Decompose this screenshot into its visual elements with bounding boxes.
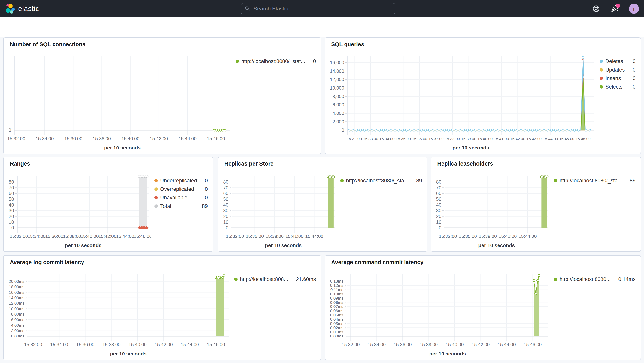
legend-item[interactable]: Selects0	[600, 83, 636, 91]
chart-canvas[interactable]: 0.00ms2.00ms4.00ms6.00ms8.00ms10.00ms12.…	[6, 268, 230, 359]
svg-text:0: 0	[342, 127, 344, 133]
panel-title[interactable]: Average log commit latency	[10, 259, 84, 265]
svg-text:60: 60	[223, 191, 228, 196]
panel-title[interactable]: Replica leaseholders	[437, 161, 493, 167]
svg-text:0.08ms: 0.08ms	[330, 300, 343, 305]
svg-text:70: 70	[436, 185, 441, 190]
svg-text:15:33:00: 15:33:00	[363, 137, 378, 141]
svg-text:80: 80	[9, 179, 14, 184]
svg-text:16,000: 16,000	[330, 60, 344, 65]
panel-title[interactable]: SQL queries	[331, 41, 364, 48]
svg-text:15:36:00: 15:36:00	[45, 234, 63, 239]
svg-text:80: 80	[223, 179, 228, 184]
svg-text:14,000: 14,000	[330, 69, 344, 74]
svg-text:40: 40	[436, 202, 441, 207]
legend-value: 21.60ms	[296, 276, 316, 282]
svg-text:4,000: 4,000	[332, 111, 344, 116]
panel-title[interactable]: Average command commit latency	[331, 259, 424, 265]
svg-text:15:40:00: 15:40:00	[128, 342, 146, 347]
svg-text:15:41:00: 15:41:00	[286, 234, 303, 239]
legend-item[interactable]: Underreplicated0	[154, 176, 208, 185]
legend-item[interactable]: http://localhost:8080/_sta...89	[340, 176, 422, 185]
legend-item[interactable]: http://localhost:808...21.60ms	[234, 275, 316, 283]
svg-text:15:35:00: 15:35:00	[459, 234, 477, 239]
chart-legend: http://localhost:8080/_stat...0	[236, 57, 316, 66]
elastic-logo-area[interactable]: elastic	[6, 0, 39, 18]
legend-label: Overreplicated	[160, 186, 199, 192]
legend-item[interactable]: Updates0	[600, 66, 636, 74]
svg-text:15:46:00: 15:46:00	[207, 136, 225, 141]
svg-text:15:46:00: 15:46:00	[207, 342, 225, 347]
panel-replica-leaseholders: Replica leaseholdershttp://localhost:808…	[431, 157, 641, 252]
legend-value: 0.14ms	[618, 276, 636, 282]
panel-title[interactable]: Number of SQL connections	[10, 41, 86, 48]
svg-text:15:32:00: 15:32:00	[10, 234, 28, 239]
legend-label: Selects	[605, 84, 627, 90]
chart-canvas[interactable]: 0102030405060708015:32:0015:35:0015:38:0…	[434, 169, 550, 251]
svg-text:15:38:00: 15:38:00	[445, 137, 460, 141]
panel-number-of-sql-connections: Number of SQL connectionshttp://localhos…	[3, 37, 321, 154]
legend-label: Inserts	[605, 75, 627, 81]
chart-area: 0102030405060708015:32:0015:34:0015:36:0…	[6, 169, 150, 251]
svg-text:0.09ms: 0.09ms	[330, 296, 343, 300]
legend-item[interactable]: Unavailable0	[154, 193, 208, 202]
global-search[interactable]	[241, 3, 395, 14]
chart-canvas[interactable]: 0102030405060708015:32:0015:34:0015:36:0…	[6, 169, 150, 251]
svg-text:15:40:00: 15:40:00	[446, 342, 464, 347]
svg-text:15:35:00: 15:35:00	[246, 234, 264, 239]
svg-text:15:45:00: 15:45:00	[559, 137, 574, 141]
legend-value: 0	[205, 186, 208, 192]
svg-text:15:46:00: 15:46:00	[134, 234, 150, 239]
svg-text:10: 10	[223, 219, 228, 225]
panel-title[interactable]: Ranges	[10, 161, 30, 167]
svg-text:0.02ms: 0.02ms	[330, 325, 343, 330]
svg-text:30: 30	[223, 208, 228, 213]
svg-text:0: 0	[9, 127, 11, 133]
legend-item[interactable]: Inserts0	[600, 74, 636, 83]
legend-item[interactable]: http://localhost:8080/_stat...0	[236, 57, 316, 66]
legend-color-dot	[554, 277, 557, 281]
chart-canvas[interactable]: 0.00ms0.01ms0.02ms0.03ms0.04ms0.05ms0.06…	[328, 268, 550, 359]
legend-item[interactable]: http://localhost:8080...0.14ms	[554, 275, 636, 283]
chart-canvas[interactable]: 015:32:0015:34:0015:36:0015:38:0015:40:0…	[6, 50, 232, 153]
chart-canvas[interactable]: 0102030405060708015:32:0015:35:0015:38:0…	[221, 169, 336, 251]
legend-item[interactable]: http://localhost:8080/_sta...89	[554, 176, 636, 185]
legend-label: Total	[160, 203, 196, 209]
user-avatar[interactable]: r	[629, 4, 639, 14]
svg-text:50: 50	[436, 196, 441, 202]
svg-text:15:44:00: 15:44:00	[543, 137, 558, 141]
whats-new-button[interactable]	[610, 5, 619, 13]
chart-canvas[interactable]: 02,0004,0006,0008,00010,00012,00014,0001…	[328, 50, 596, 153]
panel-title[interactable]: Replicas per Store	[224, 161, 274, 167]
svg-text:15:34:00: 15:34:00	[380, 137, 394, 141]
svg-text:30: 30	[9, 208, 14, 213]
legend-label: Deletes	[605, 58, 627, 64]
svg-text:15:35:00: 15:35:00	[396, 137, 411, 141]
svg-text:6,000: 6,000	[332, 102, 344, 107]
svg-text:0.06ms: 0.06ms	[330, 308, 343, 313]
svg-text:15:44:00: 15:44:00	[498, 342, 516, 347]
svg-text:70: 70	[223, 185, 228, 190]
svg-text:15:32:00: 15:32:00	[7, 136, 25, 141]
legend-color-dot	[154, 187, 158, 191]
svg-text:0.03ms: 0.03ms	[330, 321, 343, 326]
legend-color-dot	[234, 277, 238, 281]
svg-text:10: 10	[436, 219, 441, 225]
svg-text:70: 70	[9, 185, 14, 190]
legend-item[interactable]: Overreplicated0	[154, 185, 208, 193]
panel-average-log-commit-latency: Average log commit latencyhttp://localho…	[3, 255, 321, 360]
svg-text:30: 30	[436, 208, 441, 213]
svg-text:15:38:00: 15:38:00	[102, 342, 120, 347]
search-input[interactable]	[253, 6, 392, 12]
legend-color-dot	[600, 85, 603, 89]
legend-color-dot	[600, 77, 603, 80]
legend-item[interactable]: Deletes0	[600, 57, 636, 66]
svg-text:15:36:00: 15:36:00	[394, 342, 412, 347]
svg-text:15:32:00: 15:32:00	[342, 342, 360, 347]
legend-value: 0	[205, 178, 208, 184]
svg-text:0.00ms: 0.00ms	[330, 334, 343, 338]
legend-item[interactable]: Total89	[154, 202, 208, 210]
svg-text:12.00ms: 12.00ms	[9, 301, 24, 305]
help-button[interactable]	[592, 5, 600, 13]
svg-text:50: 50	[9, 196, 14, 202]
